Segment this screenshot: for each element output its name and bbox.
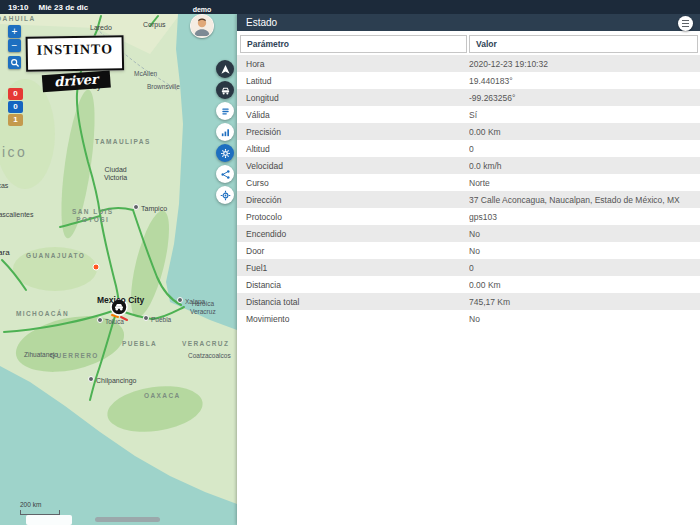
table-row-curso[interactable]: CursoNorte <box>237 174 700 191</box>
param-cell: Velocidad <box>237 161 469 171</box>
badge-yellow[interactable]: 1 <box>8 114 23 126</box>
table-header-row: Parámetro Valor <box>240 35 698 53</box>
param-cell: Válida <box>237 110 469 120</box>
param-cell: Latitud <box>237 76 469 86</box>
value-cell: No <box>469 229 700 239</box>
column-header-parametro[interactable]: Parámetro <box>240 35 467 53</box>
map-search-button[interactable] <box>8 56 21 69</box>
share-icon <box>220 169 231 180</box>
alert-marker[interactable] <box>93 264 99 270</box>
value-cell: Norte <box>469 178 700 188</box>
param-cell: Curso <box>237 178 469 188</box>
map[interactable]: COAHUILALaredoCorpusMcAllenBrownsvilleMo… <box>0 14 237 525</box>
value-cell: Sí <box>469 110 700 120</box>
table-row-encendido[interactable]: EncendidoNo <box>237 225 700 242</box>
status-bar: 19:10 Mié 23 de dic <box>0 0 700 14</box>
hamburger-icon <box>682 20 689 21</box>
value-cell: 0.0 km/h <box>469 161 700 171</box>
table-row-v-lida[interactable]: VálidaSí <box>237 106 700 123</box>
user-avatar[interactable] <box>190 14 214 38</box>
table-row-longitud[interactable]: Longitud-99.263256° <box>237 89 700 106</box>
vehicle-marker[interactable] <box>111 299 127 315</box>
param-cell: Protocolo <box>237 212 469 222</box>
param-cell: Fuel1 <box>237 263 469 273</box>
status-badges: 001 <box>8 88 23 127</box>
column-header-valor[interactable]: Valor <box>469 35 698 53</box>
value-cell: 37 Calle Aconcagua, Naucalpan, Estado de… <box>469 195 700 205</box>
logo-instinto-text: INSTINTO <box>26 35 125 72</box>
param-cell: Dirección <box>237 195 469 205</box>
value-cell: 0 <box>469 144 700 154</box>
report-icon <box>220 106 231 117</box>
navigation-icon <box>220 64 231 75</box>
vehicle-button[interactable] <box>216 81 234 99</box>
table-row-hora[interactable]: Hora2020-12-23 19:10:32 <box>237 55 700 72</box>
app-screen: 19:10 Mié 23 de dic <box>0 0 700 525</box>
person-icon <box>191 15 213 37</box>
param-cell: Hora <box>237 59 469 69</box>
param-cell: Movimiento <box>237 314 469 324</box>
param-cell: Encendido <box>237 229 469 239</box>
zoom-in-button[interactable]: + <box>8 25 21 38</box>
live-data-button[interactable] <box>216 123 234 141</box>
value-cell: 2020-12-23 19:10:32 <box>469 59 700 69</box>
map-provider-logo <box>26 515 72 525</box>
map-scale-label: 200 km <box>20 501 41 508</box>
value-cell: -99.263256° <box>469 93 700 103</box>
table-row-velocidad[interactable]: Velocidad0.0 km/h <box>237 157 700 174</box>
status-date: Mié 23 de dic <box>38 3 88 12</box>
value-cell: 0.00 Km <box>469 280 700 290</box>
table-row-protocolo[interactable]: Protocologps103 <box>237 208 700 225</box>
param-cell: Distancia total <box>237 297 469 307</box>
value-cell: 0 <box>469 263 700 273</box>
param-cell: Altitud <box>237 144 469 154</box>
table-row-distancia[interactable]: Distancia0.00 Km <box>237 276 700 293</box>
table-row-altitud[interactable]: Altitud0 <box>237 140 700 157</box>
table-row-movimiento[interactable]: MovimientoNo <box>237 310 700 327</box>
table-row-door[interactable]: DoorNo <box>237 242 700 259</box>
table-row-distancia-total[interactable]: Distancia total745,17 Km <box>237 293 700 310</box>
value-cell: No <box>469 314 700 324</box>
mylocation-icon <box>220 190 231 201</box>
share-button[interactable] <box>216 165 234 183</box>
navigation-button[interactable] <box>216 60 234 78</box>
badge-red[interactable]: 0 <box>8 88 23 100</box>
status-panel: Estado Parámetro Valor Hora2020-12-23 19… <box>237 14 700 525</box>
panel-header: Estado <box>237 14 700 31</box>
table-row-precisi-n[interactable]: Precisión0.00 Km <box>237 123 700 140</box>
param-cell: Door <box>237 246 469 256</box>
panel-title: Estado <box>246 17 277 28</box>
status-table-body: Hora2020-12-23 19:10:32Latitud19.440183°… <box>237 55 700 327</box>
locate-button[interactable] <box>216 186 234 204</box>
table-row-latitud[interactable]: Latitud19.440183° <box>237 72 700 89</box>
signal-icon <box>220 127 231 138</box>
value-cell: No <box>469 246 700 256</box>
logo-driver-text: driver <box>42 71 111 93</box>
map-attribution <box>95 517 160 522</box>
value-cell: 19.440183° <box>469 76 700 86</box>
status-time: 19:10 <box>8 3 28 12</box>
app-logo: INSTINTO driver <box>26 35 125 91</box>
table-row-direcci-n[interactable]: Dirección37 Calle Aconcagua, Naucalpan, … <box>237 191 700 208</box>
value-cell: 745,17 Km <box>469 297 700 307</box>
status-button[interactable] <box>216 144 234 162</box>
report-button[interactable] <box>216 102 234 120</box>
param-cell: Distancia <box>237 280 469 290</box>
menu-button[interactable] <box>678 16 693 31</box>
table-row-fuel1[interactable]: Fuel10 <box>237 259 700 276</box>
gear-icon <box>220 148 231 159</box>
badge-blue[interactable]: 0 <box>8 101 23 113</box>
zoom-out-button[interactable]: − <box>8 39 21 52</box>
param-cell: Precisión <box>237 127 469 137</box>
value-cell: gps103 <box>469 212 700 222</box>
value-cell: 0.00 Km <box>469 127 700 137</box>
param-cell: Longitud <box>237 93 469 103</box>
user-name-label: demo <box>182 6 222 13</box>
car-icon <box>220 85 231 96</box>
search-icon <box>10 58 20 68</box>
user-chip: demo <box>182 6 222 38</box>
